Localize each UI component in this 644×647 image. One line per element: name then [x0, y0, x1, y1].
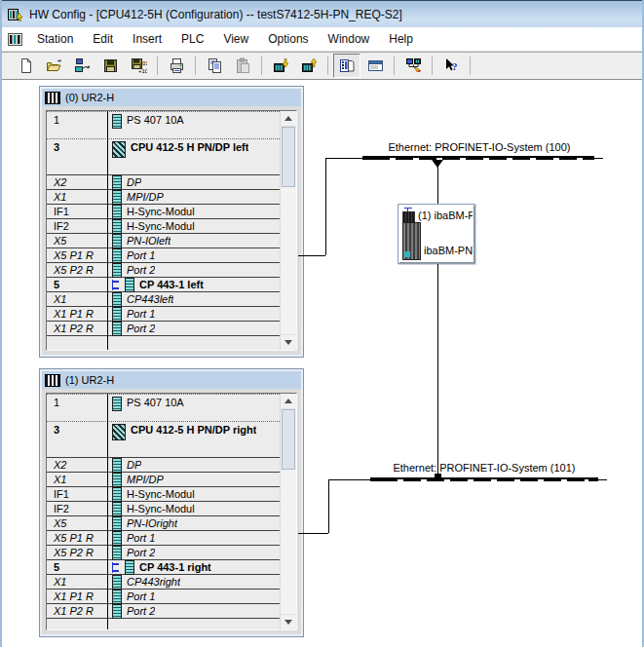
triangle-up-icon [284, 116, 292, 121]
rack-row[interactable]: X5PN-IOleft [47, 234, 280, 248]
rack-0-titlebar[interactable]: (0) UR2-H [42, 89, 301, 106]
module-cell: Port 1 [107, 248, 280, 263]
rack-row[interactable]: X5 P1 RPort 1 [47, 248, 280, 263]
rack-1-slot-table: 1PS 407 10A3CPU 412-5 H PN/DP rightX2DPX… [46, 393, 297, 630]
rack-row[interactable]: X1 P1 RPort 1 [47, 307, 280, 322]
rack-row[interactable]: X1MPI/DP [47, 190, 280, 205]
rack-row[interactable]: IF1H-Sync-Modul [47, 205, 280, 219]
slot-label: X1 [47, 293, 107, 305]
help-cursor-icon: ? [443, 57, 460, 74]
scroll-thumb[interactable] [282, 409, 295, 470]
rack-row[interactable]: X2DP [47, 458, 280, 473]
module-name: Port 2 [127, 605, 155, 617]
rack-0-scrollbar[interactable] [280, 111, 296, 350]
rack-row[interactable]: 1PS 407 10A [47, 394, 280, 422]
slot-label: X2 [47, 459, 107, 471]
connector-line [325, 158, 362, 159]
module-icon [125, 560, 134, 575]
rack-1-titlebar[interactable]: (1) UR2-H [42, 371, 301, 389]
module-icon [112, 516, 122, 531]
rack-row[interactable]: X5 P2 RPort 2 [47, 546, 280, 560]
menu-item-window[interactable]: Window [320, 29, 379, 49]
help-button[interactable]: ? [437, 54, 465, 78]
profinet-101-rail[interactable] [370, 477, 598, 481]
open-station-button[interactable] [40, 54, 67, 78]
module-name: MPI/DP [127, 191, 164, 203]
rack-row[interactable]: X5PN-IOright [47, 516, 280, 531]
rack-row[interactable]: IF2H-Sync-Modul [47, 219, 280, 234]
print-button[interactable] [163, 54, 190, 78]
module-name: Port 2 [127, 264, 155, 276]
connector-line [437, 264, 438, 479]
device-node-ibabm-pn[interactable]: (1) ibaBM-PN ibaBM-PN [398, 204, 475, 264]
print-icon [169, 57, 185, 74]
rack-row[interactable]: X5 P1 RPort 1 [47, 531, 280, 546]
menu-item-help[interactable]: Help [380, 29, 422, 49]
rack-row[interactable]: 1PS 407 10A [47, 111, 280, 139]
scroll-up-button[interactable] [281, 394, 296, 409]
menu-item-insert[interactable]: Insert [124, 29, 170, 49]
module-name: H-Sync-Modul [127, 220, 195, 232]
scroll-down-button[interactable] [281, 334, 296, 350]
menu-item-view[interactable]: View [214, 29, 257, 49]
rack-0-body: 1PS 407 10A3CPU 412-5 H PN/DP leftX2DPX1… [42, 106, 301, 355]
catalog-toggle-button[interactable] [333, 54, 360, 78]
connector-line [298, 533, 328, 534]
network-configuration-button[interactable] [399, 54, 427, 78]
rack-row[interactable]: X1CP443right [47, 575, 280, 590]
toolbar-separator [394, 57, 395, 75]
rack-window-0[interactable]: (0) UR2-H 1PS 407 10A3CPU 412-5 H PN/DP … [39, 86, 304, 358]
rack-row[interactable]: X5 P2 RPort 2 [47, 263, 280, 278]
new-station-button[interactable] [12, 54, 39, 78]
module-icon [112, 546, 122, 560]
rack-window-1[interactable]: (1) UR2-H 1PS 407 10A3CPU 412-5 H PN/DP … [39, 368, 304, 637]
rack-row[interactable]: X2DP [47, 175, 280, 190]
scroll-up-button[interactable] [281, 111, 296, 127]
module-cell: CPU 412-5 H PN/DP left [107, 139, 280, 158]
child-window-icon[interactable] [8, 33, 22, 46]
rack-row[interactable]: X1 P1 RPort 1 [47, 590, 280, 604]
save-and-compile-button[interactable]: 01 +10 [125, 54, 152, 78]
save-button[interactable] [96, 54, 124, 78]
toolbar-separator [470, 57, 471, 75]
rack-row[interactable]: 5CP 443-1 right [47, 560, 280, 575]
profinet-100-label[interactable]: Ethernet: PROFINET-IO-System (100) [360, 141, 598, 153]
module-cell: H-Sync-Modul [107, 502, 280, 516]
copy-button[interactable] [201, 54, 228, 78]
rack-row[interactable]: IF2H-Sync-Modul [47, 502, 280, 516]
menu-item-plc[interactable]: PLC [172, 29, 212, 49]
module-name: H-Sync-Modul [127, 206, 195, 217]
profinet-100-rail[interactable] [362, 156, 594, 160]
new-document-icon [18, 57, 34, 74]
module-icon [112, 322, 122, 336]
rack-row[interactable]: X1CP443left [47, 292, 280, 307]
module-name: Port 1 [127, 308, 155, 320]
window-titlebar[interactable]: HW Config - [CPU412-5H (Configuration) -… [2, 0, 642, 27]
module-icon [112, 424, 126, 440]
rack-row[interactable]: 3CPU 412-5 H PN/DP right [47, 422, 280, 458]
slot-label: 1 [47, 395, 107, 408]
rack-row[interactable]: IF1H-Sync-Modul [47, 487, 280, 502]
rack-row[interactable]: X1 P2 RPort 2 [47, 604, 280, 619]
scroll-down-button[interactable] [281, 614, 296, 629]
slot-label: X5 P1 R [47, 532, 107, 544]
scroll-thumb[interactable] [282, 127, 295, 187]
menu-item-edit[interactable]: Edit [84, 29, 122, 49]
rack-row[interactable]: 3CPU 412-5 H PN/DP left [47, 139, 280, 175]
svg-text:+10: +10 [138, 68, 147, 74]
menu-item-station[interactable]: Station [28, 29, 82, 49]
paste-button[interactable] [229, 54, 256, 78]
rack-1-scrollbar[interactable] [280, 394, 296, 629]
profinet-101-label[interactable]: Ethernet: PROFINET-IO-System (101) [370, 462, 598, 474]
address-overview-button[interactable] [361, 54, 389, 78]
rack-row[interactable]: X1MPI/DP [47, 473, 280, 487]
rack-row[interactable]: X1 P2 RPort 2 [47, 322, 280, 336]
rack-row[interactable]: 5CP 443-1 left [47, 278, 280, 292]
module-icon [112, 487, 122, 502]
upload-from-module-button[interactable] [295, 54, 322, 78]
module-cell: PN-IOleft [107, 234, 280, 248]
download-to-module-button[interactable] [267, 54, 294, 78]
address-overview-icon [367, 57, 384, 74]
open-online-station-button[interactable] [68, 54, 95, 78]
menu-item-options[interactable]: Options [259, 29, 317, 49]
